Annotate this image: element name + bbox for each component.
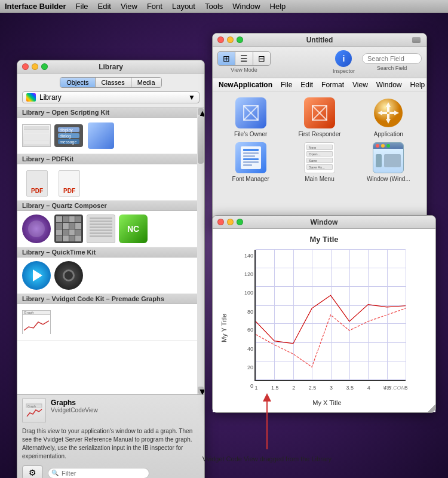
- menu-edit[interactable]: Edit: [98, 2, 111, 11]
- maximize-button[interactable]: [41, 63, 48, 70]
- menu-window[interactable]: Window: [232, 2, 260, 11]
- media-tab[interactable]: Media: [131, 78, 161, 87]
- objects-tab[interactable]: Objects: [60, 78, 95, 87]
- list-item[interactable]: [22, 261, 51, 290]
- graph-titlebar: Window: [213, 216, 435, 229]
- list-item[interactable]: Graph: [22, 308, 51, 336]
- app-menu-help[interactable]: Help: [410, 81, 425, 89]
- osk-items-row: display dialog message: [17, 118, 204, 154]
- arrow-line: [266, 402, 268, 449]
- first-responder-object[interactable]: First Responder: [287, 97, 351, 137]
- untitled-minimize[interactable]: [227, 36, 234, 43]
- app-name[interactable]: Interface Builder: [5, 2, 66, 11]
- files-owner-object[interactable]: File's Owner: [219, 97, 283, 137]
- arrow-head-icon: [263, 393, 271, 402]
- list-item[interactable]: [54, 261, 83, 290]
- menu-help[interactable]: Help: [270, 2, 286, 11]
- app-menu-view[interactable]: View: [352, 81, 368, 89]
- inspector-group: i Inspector: [333, 50, 355, 74]
- vvi-brand: VVI.COM: [383, 385, 406, 391]
- font-manager-icon: [235, 142, 266, 173]
- gear-button[interactable]: ⚙: [22, 465, 43, 478]
- library-title: Library: [22, 63, 200, 71]
- app-menu-name[interactable]: NewApplication: [219, 81, 272, 89]
- icon-view-button[interactable]: ⊞: [218, 52, 235, 65]
- app-menu-window[interactable]: Window: [376, 81, 402, 89]
- resize-handle[interactable]: [427, 404, 435, 412]
- svg-text:Graph: Graph: [27, 405, 36, 408]
- scrollbar-track: ▲ ▼: [197, 108, 204, 394]
- view-mode-buttons[interactable]: ⊞ ☰ ⊟: [217, 51, 271, 66]
- list-item[interactable]: [87, 121, 115, 150]
- inspector-icon: i: [343, 54, 345, 63]
- search-field[interactable]: [362, 53, 422, 64]
- list-item[interactable]: [22, 215, 51, 243]
- section-quartz: Library – Quartz Composer: [17, 201, 204, 211]
- menu-layout[interactable]: Layout: [172, 2, 195, 11]
- app-menu-edit[interactable]: Edit: [300, 81, 313, 89]
- graph-window-title: Window: [217, 218, 431, 226]
- selected-item-row: Graph Graphs VvidgetCodeView: [22, 399, 200, 422]
- library-color-icon: [26, 93, 36, 102]
- graph-window: Window My Title My Y Title 0 20 40 60 80…: [212, 215, 436, 413]
- classes-tab[interactable]: Classes: [96, 78, 131, 87]
- files-owner-label: File's Owner: [234, 131, 267, 137]
- untitled-toolbar: ⊞ ☰ ⊟ View Mode i Inspector Search Field: [213, 47, 426, 78]
- application-object[interactable]: Application: [357, 97, 421, 137]
- menu-file[interactable]: File: [76, 2, 88, 11]
- window-object[interactable]: Window (Wind...: [357, 142, 421, 182]
- filter-wrapper: [48, 467, 200, 479]
- filter-input[interactable]: [48, 468, 149, 479]
- list-item[interactable]: [22, 121, 51, 150]
- graph-close[interactable]: [217, 219, 224, 225]
- chart-y-title: My Y Title: [220, 314, 228, 342]
- section-quicktime: Library – QuickTime Kit: [17, 247, 204, 258]
- library-dropdown[interactable]: Library ▼: [22, 91, 200, 103]
- window-icon: [373, 142, 404, 173]
- view-mode-group: ⊞ ☰ ⊟ View Mode: [217, 51, 271, 73]
- menu-view[interactable]: View: [121, 2, 137, 11]
- graph-maximize[interactable]: [237, 219, 243, 225]
- font-manager-object[interactable]: Font Manager: [219, 142, 283, 182]
- untitled-title: Untitled: [217, 36, 422, 44]
- list-item[interactable]: PDF: [22, 168, 51, 197]
- menu-font[interactable]: Font: [147, 2, 162, 11]
- selected-item-info: Graphs VvidgetCodeView: [51, 399, 98, 413]
- section-vvi: Library – Vvidget Code Kit – Premade Gra…: [17, 294, 204, 304]
- first-responder-icon: [304, 97, 335, 128]
- library-dropdown-label: Library: [39, 93, 62, 102]
- selected-item-class: VvidgetCodeView: [51, 407, 98, 413]
- scrollbar-thumb[interactable]: [198, 116, 204, 164]
- minimize-button[interactable]: [32, 63, 38, 70]
- list-view-button[interactable]: ☰: [235, 52, 253, 65]
- list-item[interactable]: display dialog message: [54, 121, 83, 150]
- vvi-items-row: Graph: [17, 304, 204, 341]
- close-button[interactable]: [22, 63, 29, 70]
- library-footer: Graph Graphs VvidgetCodeView Drag this v…: [17, 394, 204, 478]
- footer-controls: ⚙: [22, 465, 200, 478]
- graph-content: My Title My Y Title 0 20 40 60 80 100 12…: [213, 229, 435, 412]
- list-item[interactable]: [87, 215, 115, 243]
- graph-minimize[interactable]: [227, 219, 234, 225]
- menu-tools[interactable]: Tools: [205, 2, 223, 11]
- annotation-text: Vvidget Code View dragged from the Libra…: [202, 455, 332, 462]
- library-window: Library Objects Classes Media Library ▼ …: [17, 60, 205, 478]
- inspector-button[interactable]: i: [335, 50, 352, 67]
- section-pdfkit: Library – PDFKit: [17, 154, 204, 164]
- main-menu-object[interactable]: New Open... Save Save As... Main Menu: [287, 142, 351, 182]
- app-menu-format[interactable]: Format: [321, 81, 344, 89]
- untitled-close[interactable]: [217, 36, 224, 43]
- list-item[interactable]: PDF: [54, 168, 83, 197]
- font-manager-label: Font Manager: [232, 176, 269, 182]
- inspector-label: Inspector: [333, 68, 355, 74]
- first-responder-label: First Responder: [298, 131, 340, 137]
- arrow-annotation: Vvidget Code View dragged from the Libra…: [263, 393, 271, 449]
- traffic-lights: [22, 63, 48, 70]
- list-item[interactable]: NC: [119, 215, 148, 243]
- app-menu-file[interactable]: File: [281, 81, 292, 89]
- column-view-button[interactable]: ⊟: [253, 52, 270, 65]
- untitled-maximize[interactable]: [237, 36, 243, 43]
- list-item[interactable]: [54, 215, 83, 243]
- segmented-control[interactable]: Objects Classes Media: [60, 77, 161, 88]
- selected-item-name: Graphs: [51, 399, 98, 407]
